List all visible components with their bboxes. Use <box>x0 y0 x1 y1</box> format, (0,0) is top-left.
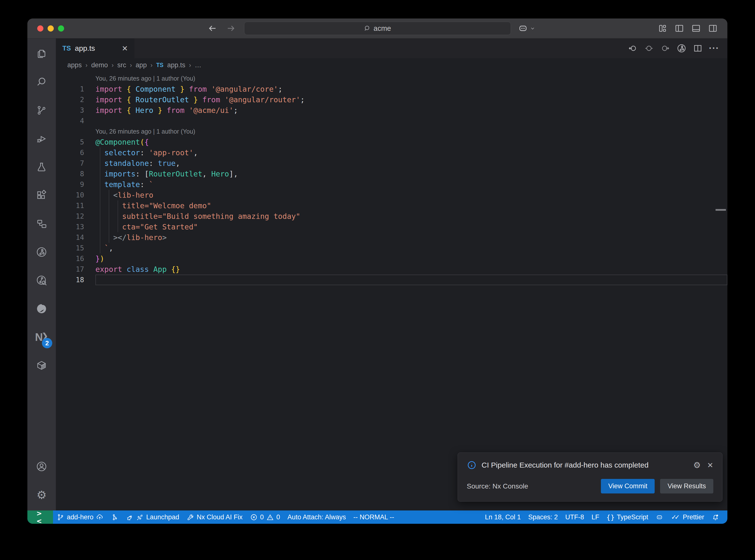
status-language-mode[interactable]: {}TypeScript <box>603 511 652 524</box>
line-number: 10 <box>56 190 95 200</box>
tab-app-ts[interactable]: TS app.ts ✕ <box>56 38 134 58</box>
notification-settings-icon[interactable]: ⚙ <box>693 460 700 470</box>
code-line-13: 13 cta="Get Started" <box>56 222 728 232</box>
activity-nx-console[interactable]: N❯2 <box>27 323 56 351</box>
view-results-button[interactable]: View Results <box>660 479 713 494</box>
forward-arrow-button[interactable] <box>225 23 236 34</box>
blame-text: You, 26 minutes ago | 1 author (You) <box>95 126 728 137</box>
copilot-menu-button[interactable] <box>518 23 536 34</box>
line-content: export class App {} <box>95 264 728 275</box>
line-content: import { RouterOutlet } from '@angular/r… <box>95 94 728 105</box>
status-problems[interactable]: 00 <box>246 511 284 524</box>
nav-position-button[interactable] <box>644 43 654 53</box>
nav-back-button[interactable] <box>628 43 638 53</box>
status-auto-attach[interactable]: Auto Attach: Always <box>284 511 350 524</box>
line-number: 13 <box>56 222 95 232</box>
activity-search[interactable] <box>27 68 56 96</box>
breadcrumb-item-app[interactable]: app <box>136 61 147 69</box>
activity-bar: N❯2⚙ <box>27 38 56 511</box>
tab-bar: TS app.ts ✕ ··· <box>56 38 728 58</box>
activity-extensions[interactable] <box>27 181 56 209</box>
line-content: imports: [RouterOutlet, Hero], <box>95 168 728 179</box>
notification-close-icon[interactable]: ✕ <box>707 461 713 469</box>
layout-controls <box>657 23 718 34</box>
overview-ruler-mark <box>716 209 726 211</box>
status-bar-right: Ln 18, Col 1Spaces: 2UTF-8LF{}TypeScript… <box>481 511 728 524</box>
project-icon <box>36 218 47 229</box>
command-center-search[interactable]: acme <box>244 22 511 35</box>
status-nx-cloud-ai-fix[interactable]: Nx Cloud AI Fix <box>183 511 246 524</box>
status-cursor-position[interactable]: Ln 18, Col 1 <box>481 511 525 524</box>
status-eol[interactable]: LF <box>588 511 603 524</box>
status-remote[interactable]: >< <box>27 511 53 524</box>
braces-icon: {} <box>607 514 614 521</box>
activity-run-and-debug[interactable] <box>27 124 56 153</box>
notification-toast: CI Pipeline Execution for #add-hero has … <box>458 453 722 502</box>
activity-manage[interactable]: ⚙ <box>27 481 56 509</box>
bell-dot-icon <box>712 514 719 521</box>
code-line-4: 4 <box>56 116 728 126</box>
wrench-icon <box>187 514 194 521</box>
activity-edge-devtools[interactable] <box>27 295 56 323</box>
line-content: }) <box>95 253 728 264</box>
history-nav <box>207 23 236 34</box>
view-commit-button[interactable]: View Commit <box>601 479 655 494</box>
toggle-secondary-sidebar-button[interactable] <box>708 23 718 34</box>
toggle-panel-button[interactable] <box>691 23 701 34</box>
breadcrumb-separator: › <box>151 62 152 69</box>
status-encoding[interactable]: UTF-8 <box>561 511 588 524</box>
close-window-button[interactable] <box>37 25 43 32</box>
files-icon <box>36 48 47 59</box>
notification-title: CI Pipeline Execution for #add-hero has … <box>481 461 688 469</box>
activity-testing[interactable] <box>27 153 56 181</box>
back-arrow-button[interactable] <box>207 23 218 34</box>
zoom-window-button[interactable] <box>58 25 64 32</box>
nx-graph-button[interactable] <box>677 43 687 53</box>
customize-layout-button[interactable] <box>657 23 668 34</box>
vscode-window: acme N❯2⚙ TS app.ts ✕ ··· apps›demo›src›… <box>27 19 728 524</box>
status-vim-mode[interactable]: -- NORMAL -- <box>350 511 398 524</box>
activity-source-control[interactable] <box>27 96 56 124</box>
status-indentation[interactable]: Spaces: 2 <box>524 511 561 524</box>
nav-forward-button[interactable] <box>660 43 670 53</box>
close-tab-icon[interactable]: ✕ <box>122 44 128 53</box>
breadcrumb-item-src[interactable]: src <box>117 61 126 69</box>
line-number: 2 <box>56 94 95 105</box>
status-label: Spaces: 2 <box>528 514 558 521</box>
breadcrumb-symbol[interactable]: … <box>195 61 201 69</box>
activity-accounts[interactable] <box>27 452 56 481</box>
breadcrumb-item-apps[interactable]: apps <box>67 61 82 69</box>
breadcrumb-item-demo[interactable]: demo <box>91 61 108 69</box>
indent-guide <box>109 190 109 243</box>
status-label: Launchpad <box>146 514 179 521</box>
status-launchpad[interactable]: Launchpad <box>122 511 183 524</box>
status-branch[interactable]: add-hero <box>53 511 107 524</box>
blame-annotation: You, 26 minutes ago | 1 author (You) <box>56 126 728 137</box>
status-notifications-bell[interactable] <box>708 511 723 524</box>
breadcrumb-file[interactable]: app.ts <box>167 61 185 69</box>
activity-containers[interactable] <box>27 351 56 380</box>
status-git-graph[interactable] <box>107 511 122 524</box>
breadcrumb-separator: › <box>112 62 114 69</box>
toggle-primary-sidebar-button[interactable] <box>674 23 684 34</box>
line-content <box>95 275 728 285</box>
activity-graph-search[interactable] <box>27 266 56 295</box>
indent-guide <box>100 147 100 253</box>
account-icon <box>36 461 47 472</box>
status-label: 0 <box>260 514 264 521</box>
minimize-window-button[interactable] <box>47 25 54 32</box>
line-content <box>95 116 728 126</box>
line-number: 5 <box>56 137 95 147</box>
status-prettier[interactable]: ✓✓Prettier <box>667 511 708 524</box>
activity-project-view[interactable] <box>27 209 56 238</box>
code-line-8: 8 imports: [RouterOutlet, Hero], <box>56 168 728 179</box>
code-area[interactable]: You, 26 minutes ago | 1 author (You)1imp… <box>56 72 728 511</box>
activity-explorer[interactable] <box>27 39 56 68</box>
git-graph-icon <box>111 514 119 521</box>
status-bar-left: ><add-heroLaunchpadNx Cloud AI Fix00Auto… <box>27 511 398 524</box>
status-copilot[interactable] <box>652 511 667 524</box>
more-actions-button[interactable]: ··· <box>709 43 719 53</box>
activity-git-graph[interactable] <box>27 238 56 266</box>
split-editor-button[interactable] <box>693 43 703 53</box>
copilot-icon <box>518 23 529 34</box>
